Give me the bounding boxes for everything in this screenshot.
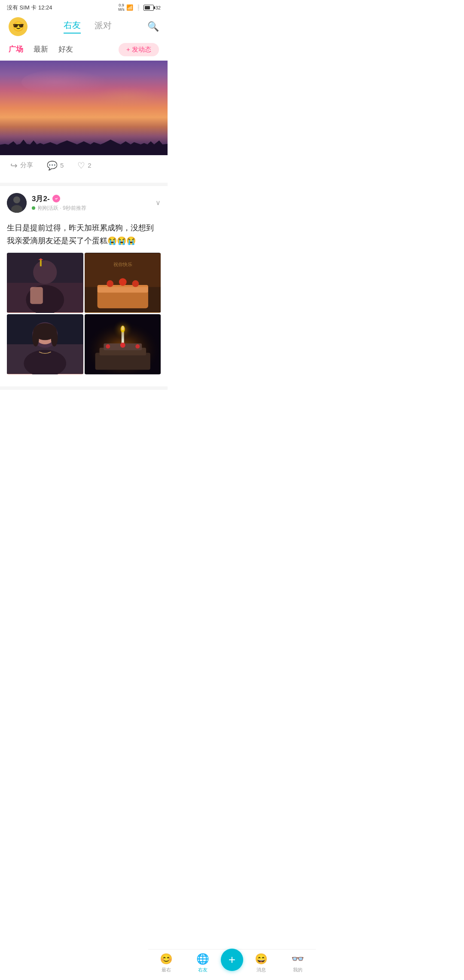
post-image-4[interactable]	[85, 314, 161, 374]
user-avatar[interactable]	[7, 193, 27, 213]
signal-speed: 0.9 M/s	[118, 3, 125, 12]
subtab-latest[interactable]: 最新	[34, 44, 48, 55]
post-image-3[interactable]	[7, 314, 83, 374]
svg-rect-18	[85, 253, 161, 287]
bottom-spacer	[0, 390, 168, 424]
svg-point-36	[112, 319, 133, 340]
svg-point-37	[106, 344, 110, 349]
share-icon: ↪	[10, 160, 18, 171]
post-content: 生日是提前过得，昨天加班累成狗，没想到我亲爱滴朋友还是买了个蛋糕😭😭😭	[0, 216, 168, 253]
svg-rect-10	[30, 287, 43, 304]
cloud-decoration	[21, 69, 107, 95]
exclamation-icon: ❕	[135, 4, 142, 11]
city-silhouette	[0, 138, 168, 155]
post-actions: ↪ 分享 💬 5 ♡ 2	[0, 155, 168, 176]
svg-point-3	[54, 196, 58, 201]
comment-action[interactable]: 💬 5	[47, 160, 64, 171]
sub-nav: 广场 最新 好友 + 发动态	[0, 41, 168, 61]
status-indicators: 0.9 M/s 📶 ❕ 32	[118, 3, 161, 12]
post-image-grid: 祝你快乐	[7, 253, 161, 374]
top-nav: 😎 右友 派对 🔍	[0, 14, 168, 41]
post-image-1[interactable]	[7, 253, 83, 313]
user-meta: 3月2- 刚刚活跃 · 9秒前推荐	[32, 194, 86, 212]
post-user-section: 3月2- 刚刚活跃 · 9秒前推荐	[0, 186, 168, 213]
collapse-button[interactable]: ∨	[156, 199, 161, 207]
verified-badge	[52, 195, 60, 202]
sunset-image[interactable]	[0, 61, 168, 155]
svg-rect-30	[95, 353, 150, 370]
svg-point-26	[32, 329, 39, 346]
svg-point-39	[135, 344, 140, 349]
search-icon[interactable]: 🔍	[147, 21, 159, 32]
avatar-svg	[7, 193, 27, 213]
svg-point-1	[13, 196, 20, 203]
status-text: 刚刚活跃 · 9秒前推荐	[38, 205, 86, 212]
svg-point-38	[120, 343, 125, 348]
like-action[interactable]: ♡ 2	[77, 160, 91, 171]
online-indicator	[32, 206, 35, 210]
post-image-2[interactable]: 祝你快乐	[85, 253, 161, 313]
wifi-icon: 📶	[126, 4, 133, 11]
battery-indicator	[143, 5, 154, 11]
battery-percent: 32	[156, 5, 161, 10]
tab-youyou[interactable]: 右友	[64, 19, 81, 34]
avatar-image	[7, 193, 27, 213]
logo-emoji: 😎	[12, 21, 24, 32]
svg-text:祝你快乐: 祝你快乐	[113, 262, 132, 267]
user-name: 3月2-	[32, 194, 50, 204]
share-action[interactable]: ↪ 分享	[10, 160, 33, 171]
logo-avatar[interactable]: 😎	[9, 17, 27, 36]
status-bar: 没有 SIM 卡 12:24 0.9 M/s 📶 ❕ 32	[0, 0, 168, 14]
tab-party[interactable]: 派对	[95, 20, 112, 33]
post-birthday: 3月2- 刚刚活跃 · 9秒前推荐	[0, 186, 168, 390]
subtab-friends[interactable]: 好友	[58, 44, 73, 55]
user-name-row: 3月2-	[32, 194, 86, 204]
user-info: 3月2- 刚刚活跃 · 9秒前推荐	[7, 193, 86, 213]
carrier-time: 没有 SIM 卡 12:24	[7, 4, 52, 12]
cloud-decoration-2	[95, 86, 159, 108]
svg-rect-8	[40, 260, 42, 266]
subtab-plaza[interactable]: 广场	[9, 44, 23, 55]
post-sunset: ↪ 分享 💬 5 ♡ 2	[0, 61, 168, 186]
main-nav-tabs: 右友 派对	[64, 19, 112, 34]
post-button[interactable]: + 发动态	[119, 43, 159, 56]
user-status: 刚刚活跃 · 9秒前推荐	[32, 205, 86, 212]
comment-icon: 💬	[47, 160, 58, 171]
svg-point-6	[33, 260, 57, 284]
svg-point-27	[51, 329, 58, 346]
feed: ↪ 分享 💬 5 ♡ 2	[0, 61, 168, 390]
user-header: 3月2- 刚刚活跃 · 9秒前推荐	[7, 193, 161, 213]
heart-icon: ♡	[77, 160, 85, 171]
